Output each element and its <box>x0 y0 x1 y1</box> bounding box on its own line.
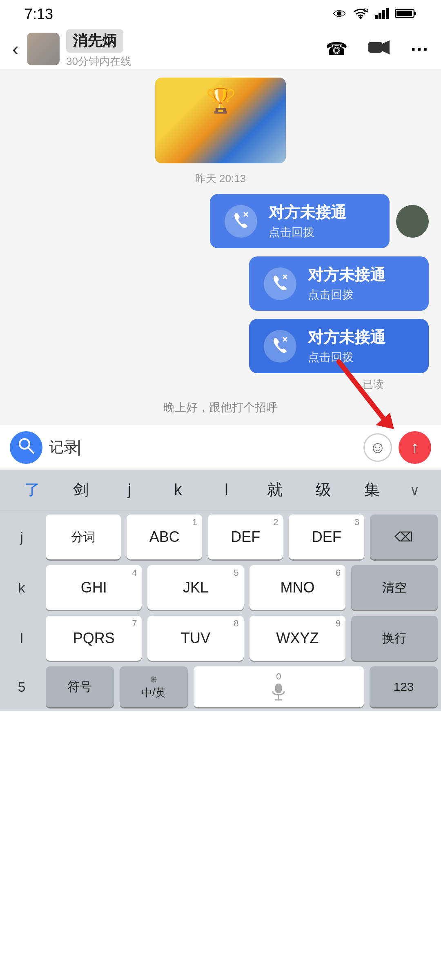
status-time: 7:13 <box>24 6 53 23</box>
svg-rect-9 <box>368 42 382 53</box>
svg-line-17 <box>339 362 384 419</box>
svg-line-20 <box>28 448 33 453</box>
key-ghi[interactable]: 4 GHI <box>46 565 142 610</box>
missed-call-row-2[interactable]: 对方未接通 点击回拨 <box>249 256 429 311</box>
missed-call-bubble-2[interactable]: 对方未接通 点击回拨 <box>249 256 429 311</box>
mini-key-5: 5 <box>3 666 40 707</box>
key-delete[interactable]: ⌫ <box>370 514 438 559</box>
candidate-了[interactable]: 了 <box>8 473 57 507</box>
collapse-button[interactable]: ∨ <box>396 482 433 498</box>
candidate-剑[interactable]: 剑 <box>57 473 105 507</box>
call-icon-3 <box>264 330 296 363</box>
user-info: 消先炳 30分钟内在线 <box>66 29 325 69</box>
missed-call-messages: 对方未接通 点击回拨 对方未 <box>12 194 429 373</box>
input-text: 记录 <box>49 439 80 455</box>
key-row-2: k 4 GHI 5 JKL 6 MNO 清空 <box>3 565 438 610</box>
key-row-3: l 7 PQRS 8 TUV 9 WXYZ 换行 <box>3 616 438 661</box>
key-space[interactable]: 0 <box>194 666 364 707</box>
missed-call-text-1: 对方未接通 点击回拨 <box>269 202 346 240</box>
left-keys-col: j <box>3 514 40 559</box>
video-call-icon[interactable] <box>368 39 390 59</box>
svg-rect-8 <box>396 11 412 16</box>
call-icon-2 <box>264 267 296 300</box>
key-fenci[interactable]: 分词 <box>46 514 121 559</box>
svg-rect-3 <box>379 13 381 19</box>
missed-call-row-1[interactable]: 对方未接通 点击回拨 <box>210 194 429 248</box>
username: 消先炳 <box>66 29 123 53</box>
call-icon-1 <box>225 205 257 238</box>
send-button[interactable]: ↑ <box>399 431 431 464</box>
svg-rect-4 <box>382 10 385 19</box>
key-return[interactable]: 换行 <box>351 616 438 661</box>
candidate-集[interactable]: 集 <box>347 473 396 507</box>
chat-area: 🏆 昨天 20:13 对方未接通 点击回拨 <box>0 69 441 425</box>
key-jkl[interactable]: 5 JKL <box>147 565 243 610</box>
search-button[interactable] <box>10 431 42 464</box>
svg-rect-5 <box>386 8 389 19</box>
missed-call-text-2: 对方未接通 点击回拨 <box>308 265 385 303</box>
avatar <box>27 33 60 65</box>
key-wxyz[interactable]: 9 WXYZ <box>249 616 345 661</box>
status-icons: 👁 5G <box>333 7 416 22</box>
candidate-k[interactable]: k <box>154 474 202 505</box>
mini-key-j: j <box>3 514 40 559</box>
eye-icon: 👁 <box>333 7 346 22</box>
key-mno[interactable]: 6 MNO <box>249 565 345 610</box>
input-field-wrap[interactable]: 记录 <box>49 437 357 457</box>
mini-key-l: l <box>3 616 40 661</box>
chat-image: 🏆 <box>12 78 429 163</box>
keyboard-right-1: 分词 1 ABC 2 DEF 3 DEF ⌫ <box>46 514 438 559</box>
wifi-icon: 5G <box>353 7 368 22</box>
key-pqrs[interactable]: 7 PQRS <box>46 616 142 661</box>
send-icon: ↑ <box>411 438 419 457</box>
key-123[interactable]: 123 <box>370 666 438 707</box>
candidate-bar: 了 剑 j k l 就 级 集 ∨ <box>0 470 441 510</box>
key-tuv[interactable]: 8 TUV <box>147 616 243 661</box>
back-button[interactable]: ‹ <box>12 33 27 64</box>
red-arrow <box>331 354 396 437</box>
nav-bar: ‹ 消先炳 30分钟内在线 ☎ ⋯ <box>0 29 441 69</box>
signal-icon <box>375 8 389 21</box>
key-row-4: 5 符号 ⊕ 中/英 0 <box>3 666 438 707</box>
svg-text:5G: 5G <box>364 8 368 13</box>
status-bar: 7:13 👁 5G <box>0 0 441 29</box>
user-avatar-1 <box>396 205 429 238</box>
key-abc[interactable]: 1 ABC <box>127 514 202 559</box>
candidate-l[interactable]: l <box>202 474 251 505</box>
online-status: 30分钟内在线 <box>66 54 325 69</box>
nav-actions: ☎ ⋯ <box>325 38 429 59</box>
candidate-j[interactable]: j <box>105 474 154 505</box>
candidate-级[interactable]: 级 <box>299 473 348 507</box>
key-def[interactable]: 2 DEF <box>208 514 283 559</box>
key-symbol[interactable]: 符号 <box>46 666 114 707</box>
svg-point-0 <box>359 16 362 19</box>
missed-call-bubble-1[interactable]: 对方未接通 点击回拨 <box>210 194 390 248</box>
svg-marker-10 <box>382 40 390 54</box>
phone-call-icon[interactable]: ☎ <box>325 38 348 59</box>
emoji-icon: ☺ <box>370 438 386 457</box>
mic-icon <box>271 683 286 702</box>
key-lang[interactable]: ⊕ 中/英 <box>120 666 188 707</box>
mini-key-k: k <box>3 565 40 610</box>
svg-rect-2 <box>375 15 378 19</box>
emoji-button[interactable]: ☺ <box>363 433 392 462</box>
keyboard: j 分词 1 ABC 2 DEF 3 DEF <box>0 510 441 711</box>
svg-rect-21 <box>275 684 282 693</box>
search-icon <box>17 437 35 458</box>
key-def3[interactable]: 3 DEF <box>289 514 364 559</box>
key-row-1: j 分词 1 ABC 2 DEF 3 DEF <box>3 514 438 559</box>
chat-timestamp: 昨天 20:13 <box>12 172 429 186</box>
candidate-就[interactable]: 就 <box>251 473 299 507</box>
key-clear[interactable]: 清空 <box>351 565 438 610</box>
battery-icon <box>395 8 416 21</box>
more-icon[interactable]: ⋯ <box>410 38 429 59</box>
svg-rect-7 <box>414 12 416 15</box>
